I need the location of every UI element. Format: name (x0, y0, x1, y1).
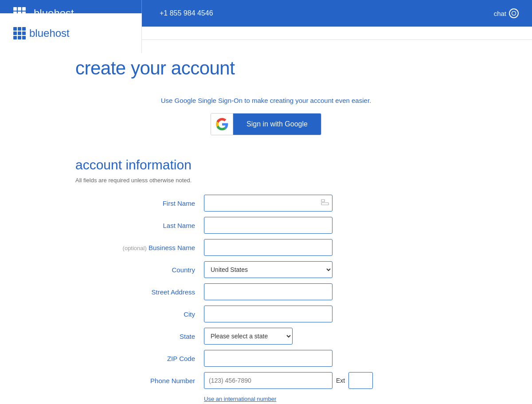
last-name-input[interactable] (204, 217, 332, 234)
country-label: Country (75, 266, 204, 274)
google-sso-text: Use Google Single Sign-On to make creati… (75, 97, 457, 104)
phone-input[interactable] (204, 372, 332, 389)
state-row: State Please select a state Alabama Alas… (75, 328, 457, 345)
chat-label: chat (494, 10, 506, 17)
street-address-input[interactable] (204, 283, 332, 300)
ext-label: Ext (336, 377, 345, 384)
street-address-label: Street Address (75, 288, 204, 296)
first-name-input[interactable] (204, 195, 332, 212)
svg-point-0 (512, 12, 516, 16)
city-input[interactable] (204, 306, 332, 322)
last-name-row: Last Name (75, 217, 457, 234)
first-name-label: First Name (75, 200, 204, 207)
country-select[interactable]: United States Canada United Kingdom Aust… (204, 261, 332, 278)
page-title: create your account (75, 58, 457, 79)
account-form: First Name Last Name (optional) Business… (75, 195, 457, 404)
business-name-row: (optional) Business Name (75, 239, 457, 256)
business-name-input[interactable] (204, 239, 332, 256)
zip-row: ZIP Code (75, 350, 457, 367)
state-select[interactable]: Please select a state Alabama Alaska Ari… (204, 328, 293, 345)
intl-link-row: Use an international number (75, 394, 457, 402)
google-signin-label: Sign in with Google (233, 114, 321, 135)
ext-input[interactable] (348, 372, 373, 389)
phone-group: Ext (204, 372, 373, 389)
city-label: City (75, 310, 204, 318)
street-address-row: Street Address (75, 283, 457, 300)
first-name-row: First Name (75, 195, 457, 212)
svg-rect-2 (321, 203, 329, 205)
city-row: City (75, 306, 457, 322)
business-name-label: (optional) Business Name (75, 244, 204, 251)
svg-rect-1 (321, 200, 325, 202)
state-label: State (75, 333, 204, 340)
country-row: Country United States Canada United King… (75, 261, 457, 278)
chat-button[interactable]: chat (481, 8, 532, 18)
google-sso-section: Use Google Single Sign-On to make creati… (75, 97, 457, 135)
phone-row: Phone Number Ext (75, 372, 457, 389)
chat-bubble-icon (509, 8, 519, 18)
zip-label: ZIP Code (75, 355, 204, 362)
business-name-label-text: Business Name (149, 244, 195, 251)
google-signin-button[interactable]: Sign in with Google (211, 113, 321, 135)
header-phone: +1 855 984 4546 (142, 9, 231, 17)
person-icon (321, 199, 329, 207)
fields-note: All fields are required unless otherwise… (75, 177, 457, 184)
section-title: account information (75, 157, 457, 173)
zip-input[interactable] (204, 350, 332, 367)
phone-label: Phone Number (75, 377, 204, 384)
intl-number-link[interactable]: Use an international number (204, 396, 276, 402)
google-icon (211, 113, 233, 135)
first-name-input-wrapper (204, 195, 332, 212)
last-name-label: Last Name (75, 222, 204, 229)
optional-text: (optional) (123, 245, 147, 251)
logo-text-white: bluehost (29, 27, 70, 39)
